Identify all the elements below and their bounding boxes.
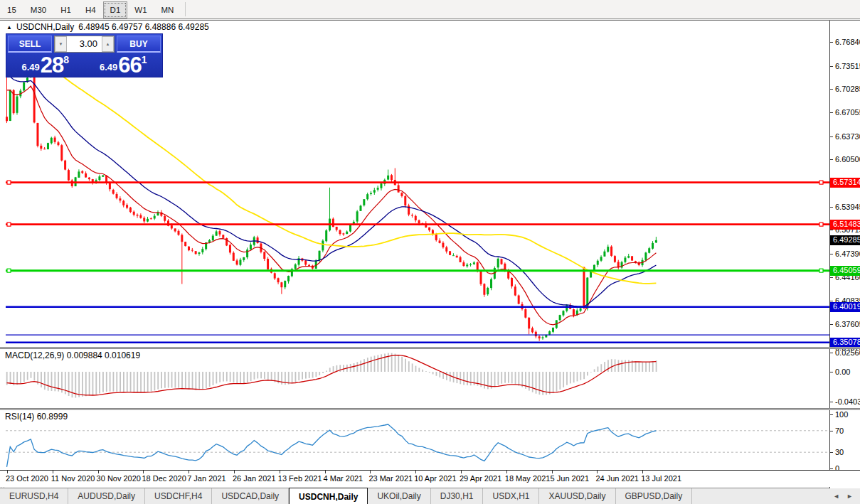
timeframe-button-h4[interactable]: H4	[78, 1, 103, 18]
chart-tab-audusd[interactable]: AUDUSD,Daily	[68, 488, 145, 504]
tab-scroll-nav: ◄►	[826, 488, 860, 504]
rsi-pane-svg[interactable]	[0, 410, 829, 470]
date-axis-tick	[189, 471, 189, 473]
date-axis: 23 Oct 202011 Nov 202030 Nov 202018 Dec …	[0, 470, 860, 487]
date-axis-label: 23 Oct 2020	[6, 474, 48, 483]
price-level-badge: 6.57314	[830, 178, 860, 188]
buy-price-small: 6.49	[100, 62, 117, 73]
timeframe-button-m30[interactable]: M30	[23, 1, 53, 18]
rsi-axis-label: 30	[835, 448, 844, 456]
date-axis-label: 24 Jun 2021	[595, 474, 639, 483]
volume-decrease-button[interactable]: ▼	[55, 36, 67, 52]
buy-button[interactable]: BUY	[117, 36, 161, 53]
rsi-axis-tick	[830, 431, 833, 431]
chart-tab-ukoil[interactable]: UKOil,Daily	[368, 488, 430, 504]
date-axis-tick	[143, 471, 144, 473]
pane-splitter[interactable]	[0, 408, 860, 410]
buy-price-display: 6.49 66 1	[85, 53, 163, 76]
date-axis-label: 5 Jun 2021	[551, 474, 589, 483]
price-axis-label: 6.53945	[835, 203, 860, 211]
rsi-axis-label: 70	[835, 427, 844, 435]
buy-price-big: 66	[118, 55, 141, 75]
chart-tab-usdcad[interactable]: USDCAD,Daily	[212, 488, 289, 504]
price-axis-tick	[830, 254, 833, 254]
price-axis-label: 6.73515	[835, 62, 860, 70]
date-axis-label: 7 Jan 2021	[187, 474, 225, 483]
toolbar-separator	[185, 2, 186, 16]
buy-price-superscript: 1	[142, 54, 147, 65]
date-axis-label: 4 Mar 2021	[324, 474, 363, 483]
price-axis-label: 6.37605	[835, 320, 860, 328]
price-axis-label: 6.63730	[835, 132, 860, 141]
date-axis-label: 29 Apr 2021	[460, 474, 501, 483]
chart-tab-xauusd[interactable]: XAUUSD,Daily	[539, 488, 615, 504]
chart-symbol-title: USDCNH,Daily	[16, 22, 74, 32]
pane-splitter[interactable]	[0, 347, 860, 349]
date-axis-tick	[53, 471, 53, 473]
chart-tab-dj30[interactable]: DJ30,H1	[431, 488, 484, 504]
chart-tab-usdchf[interactable]: USDCHF,H4	[145, 488, 212, 504]
date-axis-tick	[415, 471, 416, 473]
date-axis-label: 13 Feb 2021	[278, 474, 322, 483]
tab-scroll-right-icon[interactable]: ►	[846, 493, 853, 500]
volume-input[interactable]: 3.00	[67, 36, 102, 52]
date-axis-tick	[597, 471, 598, 473]
price-axis-label: 6.67055	[835, 108, 860, 117]
chart-tab-eurusd[interactable]: EURUSD,H4	[0, 488, 68, 504]
date-axis-tick	[642, 471, 643, 473]
chart-tab-usdcnh[interactable]: USDCNH,Daily	[289, 488, 368, 504]
date-axis-tick	[325, 471, 326, 473]
price-axis-tick	[830, 42, 833, 43]
price-axis-tick	[830, 136, 833, 137]
rsi-axis-tick	[830, 414, 833, 415]
date-axis-label: 30 Nov 2020	[97, 474, 141, 483]
price-axis-tick	[830, 66, 833, 67]
sell-price-small: 6.49	[21, 62, 39, 73]
macd-axis-label: -0.04038	[835, 397, 860, 406]
timeframe-button-w1[interactable]: W1	[127, 1, 154, 18]
price-axis-tick	[830, 277, 833, 278]
timeframe-button-mn[interactable]: MN	[154, 1, 181, 18]
price-axis-tick	[830, 112, 833, 113]
rsi-indicator-label: RSI(14) 60.8999	[5, 412, 68, 422]
price-axis-tick	[830, 207, 833, 208]
date-axis-label: 13 Jul 2021	[641, 474, 681, 483]
price-axis-label: 6.70285	[835, 85, 860, 93]
timeframe-button-h1[interactable]: H1	[53, 1, 78, 18]
date-axis-tick	[7, 471, 8, 473]
timeframe-toolbar: 15M30H1H4D1W1MN	[0, 0, 860, 19]
sell-price-big: 28	[41, 55, 63, 75]
chart-window[interactable]: ▲ USDCNH,Daily 6.48945 6.49757 6.48886 6…	[0, 20, 860, 488]
price-axis-tick	[830, 324, 833, 325]
date-axis-tick	[552, 471, 553, 473]
date-axis-label: 11 Nov 2020	[51, 474, 95, 483]
date-axis-tick	[461, 471, 462, 473]
macd-indicator-label: MACD(12,26,9) 0.009884 0.010619	[5, 350, 140, 360]
chart-tab-gbpusd[interactable]: GBPUSD,Daily	[616, 488, 693, 504]
timeframe-button-d1[interactable]: D1	[103, 1, 128, 18]
price-axis-tick	[830, 89, 833, 90]
price-axis-tick	[830, 230, 833, 230]
collapse-arrow-icon[interactable]: ▲	[6, 24, 12, 31]
price-axis-tick	[830, 159, 833, 160]
date-axis-tick	[98, 471, 99, 473]
chart-tab-usdx[interactable]: USDX,H1	[483, 488, 539, 504]
timeframe-button-15[interactable]: 15	[0, 1, 23, 18]
rsi-axis-tick	[830, 468, 833, 469]
volume-increase-button[interactable]: ▲	[102, 36, 114, 52]
price-axis-label: 6.47390	[835, 250, 860, 258]
chart-tab-bar: EURUSD,H4AUDUSD,DailyUSDCHF,H4USDCAD,Dai…	[0, 488, 860, 504]
date-axis-label: 26 Jan 2021	[233, 474, 276, 483]
sell-price-display: 6.49 28 8	[6, 53, 85, 76]
date-axis-label: 18 Dec 2020	[142, 474, 186, 483]
sell-price-superscript: 8	[63, 54, 69, 65]
macd-axis-label: 0.025609	[835, 348, 860, 357]
macd-axis-tick	[830, 353, 833, 353]
chart-title-bar: ▲ USDCNH,Daily 6.48945 6.49757 6.48886 6…	[6, 22, 209, 32]
tab-scroll-left-icon[interactable]: ◄	[833, 493, 839, 500]
rsi-axis-tick	[830, 452, 833, 453]
price-axis-label: 6.60500	[835, 155, 860, 163]
sell-button[interactable]: SELL	[8, 36, 52, 53]
date-axis-label: 18 May 2021	[505, 474, 551, 483]
date-axis-tick	[280, 471, 280, 473]
